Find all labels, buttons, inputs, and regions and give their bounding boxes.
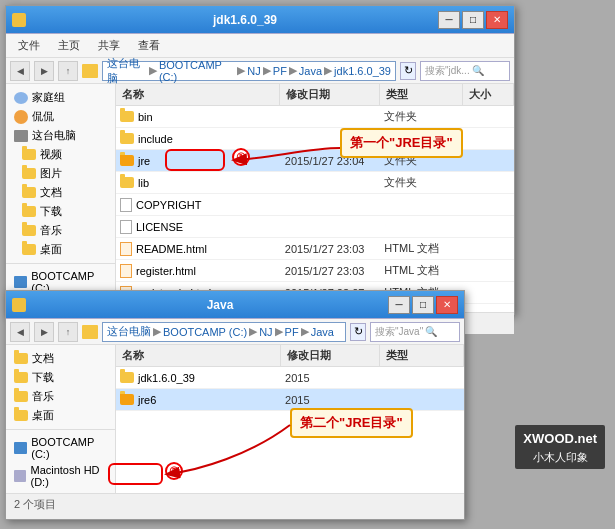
sidebar-item-computer[interactable]: 这台电脑 — [6, 126, 115, 145]
html-icon — [120, 242, 132, 256]
sidebar-item-document[interactable]: 文档 — [6, 183, 115, 202]
toolbar-view[interactable]: 查看 — [130, 36, 168, 55]
folder-icon — [120, 133, 134, 144]
table-row[interactable]: COPYRIGHT — [116, 194, 514, 216]
divider-2 — [6, 429, 115, 430]
computer-icon — [14, 130, 28, 142]
window2-controls[interactable]: ─ □ ✕ — [388, 296, 458, 314]
sidebar-item-desktop-2[interactable]: 桌面 — [6, 406, 115, 425]
col-name-header-2[interactable]: 名称 — [116, 345, 281, 366]
sidebar-item-baidu-2[interactable]: 百度网盘 (Z:) — [6, 490, 115, 493]
sidebar-item-homegroup[interactable]: 家庭组 — [6, 88, 115, 107]
path-java[interactable]: Java — [299, 65, 322, 77]
table-row[interactable]: bin 文件夹 — [116, 106, 514, 128]
search-icon-1[interactable]: 🔍 — [472, 65, 484, 76]
minimize-button-2[interactable]: ─ — [388, 296, 410, 314]
sidebar-item-user[interactable]: 侃侃 — [6, 107, 115, 126]
forward-button-2[interactable]: ▶ — [34, 322, 54, 342]
table-row[interactable]: register.html 2015/1/27 23:03 HTML 文档 — [116, 260, 514, 282]
folder-icon-desktop — [22, 244, 36, 255]
callout-second-jre: 第二个"JRE目录" — [290, 408, 413, 438]
watermark-name: 小木人印象 — [523, 449, 597, 466]
sidebar-item-bootcamp-2[interactable]: BOOTCAMP (C:) — [6, 434, 115, 462]
path-bootcamp-2[interactable]: BOOTCAMP (C:) — [163, 326, 247, 338]
refresh-button[interactable]: ↻ — [400, 62, 416, 80]
sidebar-item-download[interactable]: 下载 — [6, 202, 115, 221]
folder-icon-music-2 — [14, 391, 28, 402]
sidebar-item-picture[interactable]: 图片 — [6, 164, 115, 183]
close-button[interactable]: ✕ — [486, 11, 508, 29]
file-icon — [120, 220, 132, 234]
up-button[interactable]: ↑ — [58, 61, 78, 81]
file-list-header-2: 名称 修改日期 类型 — [116, 345, 464, 367]
sidebar-item-document-2[interactable]: 文档 — [6, 349, 115, 368]
col-date-header[interactable]: 修改日期 — [280, 84, 380, 105]
explorer-window-2[interactable]: Java ─ □ ✕ ◀ ▶ ↑ 这台电脑 ▶ BOOTCAMP (C:) ▶ … — [5, 290, 465, 520]
drive-icon-bootcamp — [14, 276, 27, 288]
toolbar-share[interactable]: 共享 — [90, 36, 128, 55]
sidebar-1: 家庭组 侃侃 这台电脑 视频 图片 文档 — [6, 84, 116, 312]
path-bootcamp[interactable]: BOOTCAMP (C:) — [159, 59, 235, 83]
path-computer[interactable]: 这台电脑 — [107, 56, 147, 86]
table-row-jre6[interactable]: jre6 2015 — [116, 389, 464, 411]
sidebar-2: 文档 下载 音乐 桌面 BOOTCAMP (C:) Macintosh HD — [6, 345, 116, 493]
col-name-header[interactable]: 名称 — [116, 84, 280, 105]
folder-icon-jre — [120, 155, 134, 166]
file-list-header-1: 名称 修改日期 类型 大小 — [116, 84, 514, 106]
col-type-header-2[interactable]: 类型 — [380, 345, 464, 366]
file-list-1[interactable]: 名称 修改日期 类型 大小 bin 文件夹 include 文件夹 jre — [116, 84, 514, 312]
search-box-1[interactable]: 搜索"jdk... 🔍 — [420, 61, 510, 81]
sidebar-item-music[interactable]: 音乐 — [6, 221, 115, 240]
address-path-2[interactable]: 这台电脑 ▶ BOOTCAMP (C:) ▶ NJ ▶ PF ▶ Java — [102, 322, 346, 342]
explorer-window-1[interactable]: jdk1.6.0_39 ─ □ ✕ 文件 主页 共享 查看 ◀ ▶ ↑ 这台电脑… — [5, 5, 515, 315]
address-bar-2: ◀ ▶ ↑ 这台电脑 ▶ BOOTCAMP (C:) ▶ NJ ▶ PF ▶ J… — [6, 319, 464, 345]
search-icon-2[interactable]: 🔍 — [425, 326, 437, 337]
toolbar-file[interactable]: 文件 — [10, 36, 48, 55]
maximize-button[interactable]: □ — [462, 11, 484, 29]
folder-icon — [120, 111, 134, 122]
sidebar-item-macintosh-2[interactable]: Macintosh HD (D:) — [6, 462, 115, 490]
table-row[interactable]: lib 文件夹 — [116, 172, 514, 194]
close-button-2[interactable]: ✕ — [436, 296, 458, 314]
window1-controls[interactable]: ─ □ ✕ — [438, 11, 508, 29]
path-computer-2[interactable]: 这台电脑 — [107, 324, 151, 339]
folder-icon-desk-2 — [14, 410, 28, 421]
col-date-header-2[interactable]: 修改日期 — [281, 345, 381, 366]
search-placeholder-2: 搜索"Java" — [375, 325, 423, 339]
refresh-button-2[interactable]: ↻ — [350, 323, 366, 341]
table-row-jdk[interactable]: jdk1.6.0_39 2015 — [116, 367, 464, 389]
table-row[interactable]: README.html 2015/1/27 23:03 HTML 文档 — [116, 238, 514, 260]
col-size-header[interactable]: 大小 — [463, 84, 514, 105]
title-bar-1: jdk1.6.0_39 ─ □ ✕ — [6, 6, 514, 34]
sidebar-item-video[interactable]: 视频 — [6, 145, 115, 164]
divider-1 — [6, 263, 115, 264]
main-content-1: 家庭组 侃侃 这台电脑 视频 图片 文档 — [6, 84, 514, 312]
path-pf[interactable]: PF — [273, 65, 287, 77]
path-jdk[interactable]: jdk1.6.0_39 — [334, 65, 391, 77]
path-nj[interactable]: NJ — [247, 65, 260, 77]
folder-icon-jre6 — [120, 394, 134, 405]
group-icon — [14, 92, 28, 104]
minimize-button[interactable]: ─ — [438, 11, 460, 29]
back-button-2[interactable]: ◀ — [10, 322, 30, 342]
window2-title: Java — [52, 298, 388, 312]
sidebar-item-download-2[interactable]: 下载 — [6, 368, 115, 387]
toolbar-home[interactable]: 主页 — [50, 36, 88, 55]
forward-button[interactable]: ▶ — [34, 61, 54, 81]
status-bar-2: 2 个项目 — [6, 493, 464, 515]
path-java-2[interactable]: Java — [311, 326, 334, 338]
user-icon — [14, 110, 28, 124]
path-folder-icon — [82, 64, 98, 78]
col-type-header[interactable]: 类型 — [380, 84, 463, 105]
sidebar-item-music-2[interactable]: 音乐 — [6, 387, 115, 406]
table-row[interactable]: LICENSE — [116, 216, 514, 238]
address-path-1[interactable]: 这台电脑 ▶ BOOTCAMP (C:) ▶ NJ ▶ PF ▶ Java ▶ … — [102, 61, 396, 81]
up-button-2[interactable]: ↑ — [58, 322, 78, 342]
drive-icon-mac-2 — [14, 470, 26, 482]
search-box-2[interactable]: 搜索"Java" 🔍 — [370, 322, 460, 342]
maximize-button-2[interactable]: □ — [412, 296, 434, 314]
path-pf-2[interactable]: PF — [285, 326, 299, 338]
sidebar-item-desktop[interactable]: 桌面 — [6, 240, 115, 259]
path-nj-2[interactable]: NJ — [259, 326, 272, 338]
back-button[interactable]: ◀ — [10, 61, 30, 81]
